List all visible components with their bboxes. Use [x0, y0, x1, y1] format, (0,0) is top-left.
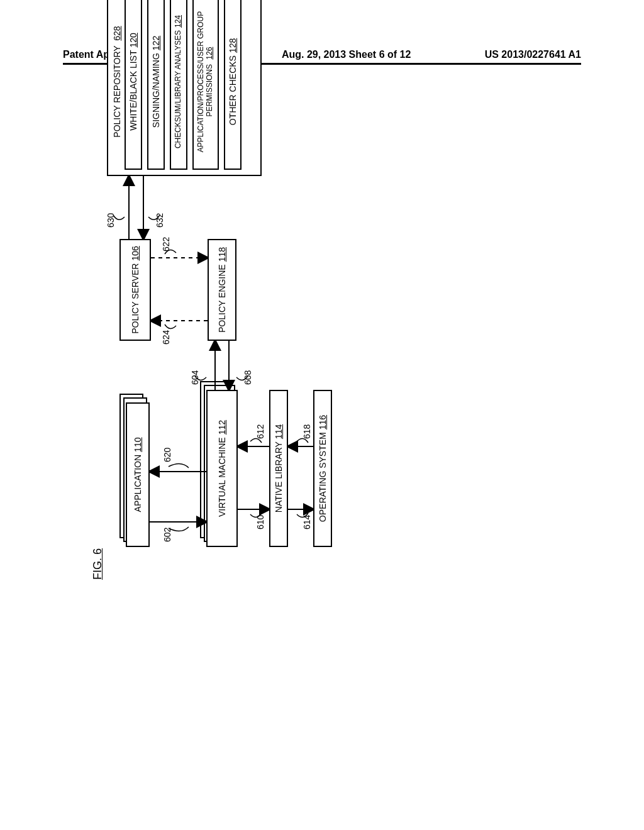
permissions-block: APPLICATION/PROCESS/USER GROUP PERMISSIO… — [192, 0, 219, 170]
other-checks-label: OTHER CHECKS — [228, 55, 238, 125]
permissions-label: APPLICATION/PROCESS/USER GROUP PERMISSIO… — [196, 11, 214, 153]
ref-610: 610 — [255, 515, 265, 529]
policy-server-block: POLICY SERVER 106 — [119, 239, 151, 341]
ref-624: 624 — [161, 330, 171, 345]
signing-naming-block: SIGNING/NAMING 122 — [147, 0, 165, 170]
virtual-machine-ref: 112 — [217, 420, 227, 434]
policy-repository-label: POLICY REPOSITORY — [112, 46, 122, 138]
ref-602: 602 — [162, 528, 172, 542]
signing-naming-ref: 122 — [151, 36, 161, 50]
operating-system-block: OPERATING SYSTEM 116 — [313, 390, 332, 547]
white-black-list-block: WHITE/BLACK LIST 120 — [125, 0, 142, 170]
white-black-list-ref: 120 — [128, 33, 138, 47]
operating-system-label: OPERATING SYSTEM — [318, 432, 328, 522]
operating-system-ref: 116 — [318, 415, 328, 429]
figure-label: FIG. 6 — [91, 548, 104, 580]
figure-6: APPLICATION 110 VIRTUAL MACHINE 112 NATI… — [94, 333, 644, 572]
policy-server-label: POLICY SERVER — [130, 263, 140, 334]
native-library-ref: 114 — [274, 424, 284, 439]
checksum-ref: 124 — [174, 15, 183, 28]
signing-naming-label: SIGNING/NAMING — [151, 53, 161, 128]
application-block: APPLICATION 110 — [126, 402, 150, 547]
ref-632: 632 — [155, 213, 165, 228]
ref-612: 612 — [255, 424, 265, 439]
policy-server-ref: 106 — [130, 246, 140, 260]
ref-614: 614 — [302, 515, 312, 529]
policy-engine-label: POLICY ENGINE — [217, 264, 227, 333]
ref-630: 630 — [106, 213, 116, 228]
ref-620: 620 — [162, 448, 172, 462]
ref-604: 604 — [190, 370, 200, 385]
application-ref: 110 — [133, 438, 143, 452]
virtual-machine-block: VIRTUAL MACHINE 112 — [206, 390, 238, 547]
virtual-machine-label: VIRTUAL MACHINE — [217, 437, 227, 517]
policy-repository-ref: 628 — [112, 26, 122, 40]
other-checks-ref: 128 — [228, 38, 238, 53]
native-library-label: NATIVE LIBRARY — [274, 441, 284, 512]
policy-engine-ref: 118 — [217, 247, 227, 262]
header-right: US 2013/0227641 A1 — [485, 49, 581, 60]
policy-engine-block: POLICY ENGINE 118 — [208, 239, 236, 341]
other-checks-block: OTHER CHECKS 128 — [224, 0, 242, 170]
checksum-block: CHECKSUM/LIBRARY ANALYSES 124 — [170, 0, 187, 170]
native-library-block: NATIVE LIBRARY 114 — [269, 390, 288, 547]
permissions-ref: 126 — [205, 47, 214, 60]
ref-608: 608 — [243, 370, 253, 385]
ref-618: 618 — [302, 424, 312, 439]
white-black-list-label: WHITE/BLACK LIST — [128, 50, 138, 131]
application-label: APPLICATION — [133, 455, 143, 512]
checksum-label: CHECKSUM/LIBRARY ANALYSES — [174, 30, 183, 148]
ref-622: 622 — [161, 237, 171, 252]
